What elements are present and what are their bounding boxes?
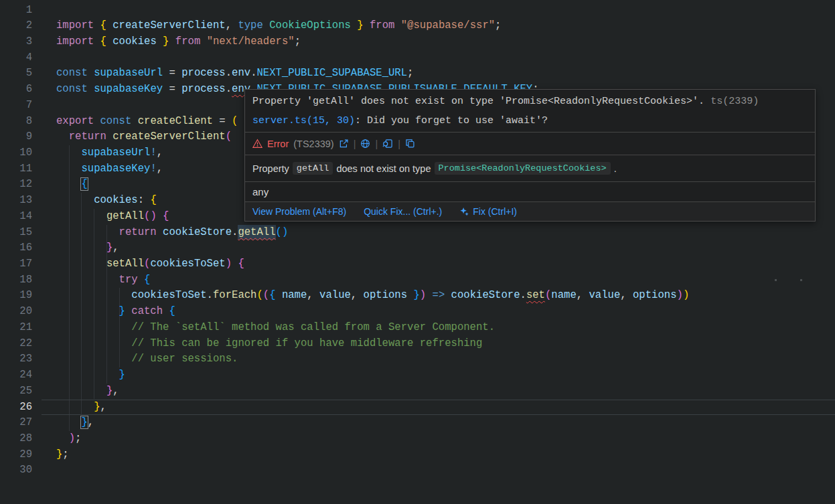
code-token — [56, 131, 69, 143]
code-token: } — [157, 35, 169, 48]
globe-icon[interactable] — [360, 139, 370, 149]
code-token: { — [81, 178, 87, 190]
sparkle-icon — [459, 207, 469, 217]
code-line[interactable]: 19 cookiesToSet.forEach(({ name, value, … — [0, 288, 835, 304]
line-number[interactable]: 25 — [0, 384, 32, 400]
line-number[interactable]: 21 — [0, 320, 32, 336]
code-token: } — [119, 369, 125, 381]
line-number[interactable]: 30 — [0, 463, 32, 479]
line-number[interactable]: 18 — [0, 272, 32, 288]
code-line[interactable]: 17 setAll(cookiesToSet) { — [0, 256, 835, 272]
line-number[interactable]: 4 — [0, 50, 32, 66]
code-token: options — [633, 289, 677, 301]
line-number[interactable]: 19 — [0, 288, 32, 304]
code-line[interactable]: 26 }, — [0, 400, 835, 416]
code-line[interactable]: 18 try { — [0, 272, 835, 288]
doc-search-icon[interactable] — [382, 139, 393, 149]
code-line[interactable]: 20 } catch { — [0, 304, 835, 320]
code-token: } — [94, 401, 100, 413]
code-line[interactable]: 3import { cookies } from "next/headers"; — [0, 34, 835, 50]
code-token: ( — [263, 289, 269, 301]
line-number[interactable]: 1 — [0, 3, 32, 19]
code-token — [232, 258, 238, 270]
external-link-icon[interactable] — [339, 139, 349, 149]
code-token: = — [213, 115, 232, 127]
code-token: value — [589, 289, 621, 301]
quick-info-type: any — [245, 181, 815, 201]
code-token: , — [307, 289, 319, 301]
related-location-link[interactable]: server.ts(15, 30) — [252, 115, 355, 127]
code-line[interactable]: 30 — [0, 463, 835, 479]
code-text: import { createServerClient, type Cookie… — [56, 18, 501, 34]
line-number[interactable]: 16 — [0, 240, 32, 256]
code-text: // user sessions. — [56, 351, 238, 367]
code-line[interactable]: 24 } — [0, 367, 835, 384]
error-code: (TS2339) — [293, 139, 333, 149]
code-text: ); — [56, 431, 81, 447]
line-number[interactable]: 6 — [0, 82, 32, 98]
line-number[interactable]: 10 — [0, 145, 32, 161]
line-number[interactable]: 2 — [0, 18, 32, 34]
code-token: , — [100, 401, 106, 413]
code-line[interactable]: 16 }, — [0, 240, 835, 256]
error-banner: Error (TS2339) | | | — [245, 132, 815, 155]
editor: 12import { createServerClient, type Cook… — [0, 0, 835, 504]
line-number[interactable]: 24 — [0, 367, 32, 384]
quick-fix-button[interactable]: Quick Fix... (Ctrl+.) — [364, 206, 442, 217]
line-number[interactable]: 11 — [0, 161, 32, 177]
copy-icon[interactable] — [405, 139, 415, 149]
code-token: ) — [226, 258, 232, 270]
code-token: () — [276, 226, 289, 238]
line-number[interactable]: 5 — [0, 66, 32, 82]
diagnostic-source: ts(2339) — [710, 96, 759, 107]
code-line[interactable]: 28 ); — [0, 431, 835, 447]
code-line[interactable]: 2import { createServerClient, type Cooki… — [0, 18, 835, 34]
code-token: NEXT_PUBLIC_SUPABASE_URL — [256, 67, 407, 79]
code-token: cookiesToSet — [131, 289, 206, 301]
code-line[interactable]: 21 // The `setAll` method was called fro… — [0, 320, 835, 336]
code-token: = — [163, 83, 181, 95]
line-number[interactable]: 8 — [0, 114, 32, 130]
code-text: cookiesToSet.forEach(({ name, value, opt… — [56, 288, 689, 304]
line-number[interactable]: 15 — [0, 225, 32, 241]
code-line[interactable]: 29}; — [0, 447, 835, 463]
line-number[interactable]: 12 — [0, 177, 32, 193]
code-line[interactable]: 22 // This can be ignored if you have mi… — [0, 336, 835, 352]
detail-text: . — [614, 163, 617, 174]
code-line[interactable]: 23 // user sessions. — [0, 351, 835, 367]
line-number[interactable]: 29 — [0, 447, 32, 463]
code-line[interactable]: 1 — [0, 3, 835, 19]
line-number[interactable]: 20 — [0, 304, 32, 320]
code-token: createServerClient — [112, 131, 225, 143]
code-token: } — [407, 289, 420, 301]
code-line[interactable]: 5const supabaseUrl = process.env.NEXT_PU… — [0, 66, 835, 82]
code-token: env — [232, 67, 250, 79]
code-token: ; — [75, 432, 81, 444]
line-number[interactable]: 9 — [0, 129, 32, 145]
code-line[interactable]: 25 }, — [0, 384, 835, 400]
code-token: , — [577, 289, 589, 301]
line-number[interactable]: 7 — [0, 98, 32, 114]
code-line[interactable]: 15 return cookieStore.getAll() — [0, 225, 835, 241]
line-number[interactable]: 17 — [0, 256, 32, 272]
line-number[interactable]: 13 — [0, 193, 32, 209]
code-line[interactable]: 27 }, — [0, 415, 835, 431]
line-number[interactable]: 23 — [0, 351, 32, 367]
code-token: try — [119, 274, 144, 286]
error-detail-sentence: Property getAll does not exist on type P… — [245, 155, 815, 181]
line-number[interactable]: 28 — [0, 431, 32, 447]
code-token: name — [551, 289, 576, 301]
line-number[interactable]: 14 — [0, 209, 32, 225]
line-number[interactable]: 27 — [0, 415, 32, 431]
line-number[interactable]: 26 — [0, 400, 32, 416]
line-number[interactable]: 22 — [0, 336, 32, 352]
line-number[interactable]: 3 — [0, 34, 32, 50]
editor-lines: 12import { createServerClient, type Cook… — [0, 0, 835, 504]
view-problem-button[interactable]: View Problem (Alt+F8) — [252, 206, 346, 217]
code-line[interactable]: 4 — [0, 50, 835, 66]
code-token: type — [238, 19, 269, 31]
code-text: }, — [56, 384, 119, 400]
code-token: : — [138, 194, 151, 206]
code-token: ( — [232, 115, 238, 127]
copilot-fix-button[interactable]: Fix (Ctrl+I) — [459, 206, 517, 217]
